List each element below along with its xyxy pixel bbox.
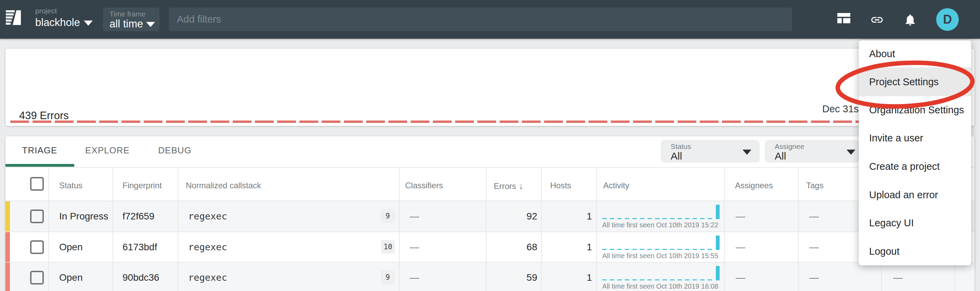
activity-sparkline-baseline	[602, 279, 715, 280]
hosts-cell: 1	[537, 272, 592, 283]
activity-sparkline-bar	[716, 266, 720, 280]
classifiers-cell: —	[410, 272, 419, 283]
menu-item-logout[interactable]: Logout	[859, 241, 971, 262]
assignees-cell: —	[736, 272, 745, 283]
callstack-cell: regexec	[188, 242, 227, 252]
tags-cell: —	[809, 272, 819, 283]
top-bar: project blackhole Time frame all time D	[0, 0, 980, 39]
errors-table: Status Fingerprint Normalized callstack …	[5, 167, 975, 291]
col-header-callstack[interactable]: Normalized callstack	[186, 181, 261, 190]
frame-count-badge: 9	[381, 271, 394, 284]
app-logo-icon[interactable]	[6, 10, 21, 25]
avatar-letter: D	[943, 12, 952, 27]
menu-item-invite-a-user[interactable]: Invite a user	[859, 128, 971, 148]
menu-item-upload-an-error[interactable]: Upload an error	[859, 184, 971, 205]
assignees-cell: —	[736, 211, 745, 222]
column-divider	[48, 168, 49, 291]
menu-item-legacy-ui[interactable]: Legacy UI	[859, 213, 971, 233]
table-row[interactable]: In Progress f72f659 regexec 9 — 92 1 All…	[5, 201, 975, 231]
classifiers-cell: —	[410, 242, 419, 253]
callstack-cell: regexec	[188, 211, 227, 221]
column-divider	[178, 168, 178, 291]
hosts-cell: 1	[537, 242, 592, 253]
activity-caption: All time first seen Oct 10th 2019 15:22	[602, 221, 718, 229]
chevron-down-icon	[846, 149, 856, 155]
activity-sparkline-baseline	[602, 218, 715, 219]
tab-debug[interactable]: DEBUG	[158, 145, 191, 156]
tab-explore[interactable]: EXPLORE	[85, 145, 130, 156]
select-all-checkbox[interactable]	[30, 177, 44, 191]
row-checkbox[interactable]	[30, 210, 44, 223]
assignee-filter-label: Assignee	[775, 142, 804, 151]
active-tab-underline	[5, 164, 74, 167]
user-dropdown-menu: About Project Settings Organization Sett…	[859, 40, 971, 266]
assignee-filter-dropdown[interactable]: Assignee All	[765, 140, 859, 163]
status-cell: Open	[59, 272, 83, 283]
severity-bar	[5, 201, 10, 231]
table-header-row: Status Fingerprint Normalized callstack …	[5, 168, 975, 200]
chevron-down-icon	[146, 22, 155, 27]
errors-chart-card: 439 Errors Dec 31st	[5, 49, 975, 126]
col-header-fingerprint[interactable]: Fingerprint	[123, 181, 162, 190]
fingerprint-cell: 6173bdf	[123, 242, 157, 253]
assignee-filter-value: All	[775, 150, 786, 162]
activity-caption: All time first seen Oct 10th 2019 15:55	[602, 252, 718, 260]
callstack-cell: regexec	[188, 272, 227, 283]
errors-cell: 92	[482, 211, 537, 222]
timeframe-value: all time	[110, 18, 143, 30]
status-filter-dropdown[interactable]: Status All	[661, 140, 760, 163]
status-filter-label: Status	[671, 142, 691, 151]
chart-zero-baseline	[10, 121, 970, 123]
chevron-down-icon	[743, 149, 751, 155]
col-header-classifiers[interactable]: Classifiers	[405, 181, 443, 190]
col-header-hosts[interactable]: Hosts	[550, 181, 571, 190]
status-cell: Open	[59, 242, 83, 253]
col-header-assignees[interactable]: Assignees	[735, 181, 773, 190]
dashboard-icon[interactable]	[837, 13, 850, 23]
severity-bar	[5, 232, 10, 262]
menu-item-project-settings[interactable]: Project Settings	[859, 72, 971, 92]
col-header-tags[interactable]: Tags	[806, 181, 824, 190]
column-divider	[541, 168, 542, 291]
classifiers-cell: —	[410, 211, 419, 222]
sort-desc-arrow-icon: ↓	[516, 181, 523, 191]
extra-cell: —	[893, 272, 903, 283]
column-divider	[399, 168, 400, 291]
activity-sparkline-bar	[716, 205, 720, 219]
table-row[interactable]: Open 90bdc36 regexec 9 — 59 1 All time f…	[5, 262, 975, 291]
add-filters-input[interactable]	[169, 8, 792, 31]
tab-triage[interactable]: TRIAGE	[22, 145, 57, 156]
column-divider	[724, 168, 725, 291]
hosts-cell: 1	[537, 211, 592, 222]
activity-sparkline-baseline	[602, 249, 715, 250]
col-header-errors[interactable]: Errors↓	[494, 181, 523, 191]
assignees-cell: —	[736, 242, 745, 253]
chart-date-label: Dec 31st	[822, 103, 861, 115]
menu-item-create-a-project[interactable]: Create a project	[859, 156, 971, 177]
errors-count: 439 Errors	[19, 110, 69, 122]
user-avatar[interactable]: D	[936, 8, 959, 31]
col-header-errors-label: Errors	[494, 181, 516, 191]
triage-table-card: TRIAGE EXPLORE DEBUG Status All Assignee…	[5, 136, 975, 291]
table-row[interactable]: Open 6173bdf regexec 10 — 68 1 All time …	[5, 232, 975, 262]
col-header-status[interactable]: Status	[59, 181, 83, 190]
project-selector[interactable]: project blackhole	[35, 7, 100, 33]
row-checkbox[interactable]	[30, 240, 44, 254]
column-divider	[113, 168, 113, 291]
timeframe-label: Time frame	[110, 10, 145, 18]
severity-bar	[5, 262, 10, 291]
menu-item-organization-settings[interactable]: Organization Settings	[859, 100, 971, 120]
col-header-activity[interactable]: Activity	[603, 181, 629, 190]
fingerprint-cell: f72f659	[123, 211, 154, 222]
frame-count-badge: 9	[381, 210, 394, 223]
link-icon[interactable]	[870, 13, 884, 27]
notifications-bell-icon[interactable]	[904, 13, 917, 27]
menu-item-about[interactable]: About	[859, 43, 971, 64]
column-divider	[486, 168, 487, 291]
timeframe-selector[interactable]: Time frame all time	[103, 8, 159, 31]
column-divider	[798, 168, 799, 291]
row-checkbox[interactable]	[30, 271, 44, 285]
activity-caption: All time first seen Oct 10th 2019 16:08	[602, 282, 718, 290]
frame-count-badge: 10	[381, 240, 395, 253]
errors-cell: 59	[482, 272, 537, 283]
